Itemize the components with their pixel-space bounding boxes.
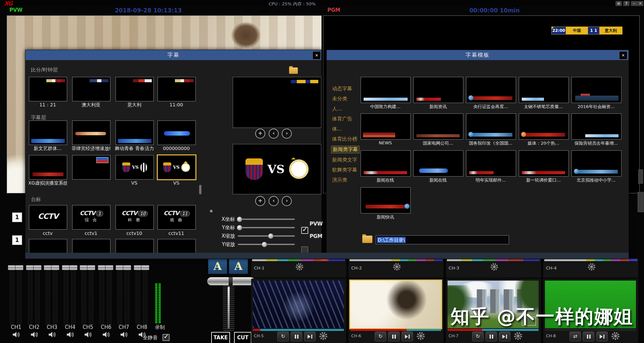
slider-x-position[interactable]: [238, 218, 295, 220]
fader-handle[interactable]: [51, 265, 59, 270]
fader-track[interactable]: [10, 264, 14, 325]
category-item[interactable]: 动态字幕: [332, 86, 352, 92]
station-logo-thumb[interactable]: [72, 239, 110, 254]
category-item-selected[interactable]: 新闻类字幕: [331, 146, 359, 153]
fader-track[interactable]: [46, 264, 50, 325]
template-dialog-close-icon[interactable]: ✕: [619, 51, 627, 59]
pause-icon[interactable]: [486, 332, 497, 341]
slider-x-scale[interactable]: [238, 235, 295, 237]
category-item[interactable]: 体育比分榜: [332, 136, 357, 142]
fader-track[interactable]: [89, 264, 93, 325]
gear-icon[interactable]: [610, 331, 620, 341]
score-clock-thumb[interactable]: [29, 77, 67, 101]
fader-handle[interactable]: [141, 265, 149, 270]
gear-icon[interactable]: [587, 262, 596, 272]
template-thumb[interactable]: [361, 150, 411, 177]
score-clock-thumb[interactable]: [116, 77, 154, 101]
station-logo-thumb[interactable]: CCTV10科 教: [116, 205, 154, 230]
right-panel-handle[interactable]: [638, 192, 644, 212]
pvw-checkbox[interactable]: ✓: [301, 227, 308, 234]
help-button[interactable]: ?: [623, 1, 630, 6]
fader-track[interactable]: [100, 264, 104, 325]
score-clock-thumb[interactable]: [157, 77, 196, 101]
template-thumb[interactable]: [466, 113, 516, 140]
source-number-1b[interactable]: 1: [12, 235, 22, 245]
template-dialog-title[interactable]: 字幕模板: [327, 50, 629, 60]
source-number-1a[interactable]: 1: [12, 212, 22, 222]
next-layer-button[interactable]: ›: [282, 196, 292, 206]
speaker-icon[interactable]: [66, 332, 75, 338]
shuffle-icon[interactable]: ⇄: [569, 332, 581, 341]
fader-track[interactable]: [136, 264, 140, 325]
close-button[interactable]: ✕: [637, 1, 643, 6]
slider-knob[interactable]: [262, 242, 267, 247]
category-item[interactable]: 未分类: [332, 96, 347, 102]
template-thumb[interactable]: [361, 187, 411, 213]
station-logo-thumb[interactable]: [157, 239, 196, 254]
prev-layer-button[interactable]: ‹: [269, 129, 279, 139]
template-thumb[interactable]: [571, 77, 622, 103]
video-thumbnail[interactable]: [253, 281, 344, 328]
fader-track[interactable]: [82, 264, 86, 325]
transition-a-button[interactable]: A: [208, 259, 227, 274]
template-thumb[interactable]: [466, 77, 516, 103]
category-item[interactable]: 演示类: [332, 177, 347, 183]
subtitle-thumb[interactable]: [29, 120, 67, 145]
template-thumb[interactable]: [413, 77, 463, 103]
loop-icon[interactable]: ↻: [472, 332, 484, 341]
station-logo-thumb[interactable]: CCTV11戏 曲: [157, 205, 196, 230]
station-logo-thumb[interactable]: CCTV: [29, 205, 67, 230]
next-icon[interactable]: [402, 332, 413, 341]
slider-knob[interactable]: [268, 233, 274, 239]
gear-icon[interactable]: [513, 331, 523, 341]
channel-panel-2[interactable]: CH-2: [349, 258, 444, 278]
station-logo-thumb[interactable]: CCTV1综 合: [72, 205, 110, 230]
gear-icon[interactable]: [490, 262, 499, 272]
take-button[interactable]: TAKE: [211, 332, 230, 343]
pgm-checkbox[interactable]: [301, 246, 308, 253]
slider-knob[interactable]: [237, 216, 242, 222]
template-thumb[interactable]: [466, 150, 516, 177]
fader-track[interactable]: [53, 264, 57, 325]
work-path-input[interactable]: D:\工作目录\: [376, 235, 509, 244]
fader-handle[interactable]: [33, 265, 42, 270]
template-thumb[interactable]: [571, 150, 622, 177]
category-item[interactable]: 体...: [332, 126, 342, 132]
subtitle-thumb-vs[interactable]: VS: [116, 155, 154, 180]
minimize-button[interactable]: ─: [631, 1, 637, 6]
speaker-icon[interactable]: [84, 332, 93, 338]
gear-icon[interactable]: [318, 331, 328, 341]
loop-icon[interactable]: ↻: [277, 332, 289, 341]
fader-track[interactable]: [143, 264, 147, 325]
work-folder-icon[interactable]: [362, 236, 372, 243]
template-thumb[interactable]: [519, 77, 569, 103]
speaker-icon[interactable]: [102, 332, 111, 338]
channel-panel-1[interactable]: CH-1: [251, 258, 346, 278]
folder-icon[interactable]: [289, 67, 298, 74]
panel-dot-handle[interactable]: [210, 210, 213, 212]
fader-track[interactable]: [64, 264, 68, 325]
subtitle-thumb[interactable]: [116, 120, 154, 145]
mute-all-checkbox[interactable]: ✓: [163, 334, 170, 341]
template-thumb[interactable]: [571, 113, 622, 140]
fader-track[interactable]: [118, 264, 122, 325]
template-thumb[interactable]: [413, 150, 463, 177]
pause-icon[interactable]: [583, 332, 594, 341]
speaker-icon[interactable]: [30, 332, 39, 338]
channel-panel-4[interactable]: CH-4: [543, 258, 638, 278]
template-thumb[interactable]: [361, 113, 411, 140]
video-thumbnail-selected[interactable]: [350, 281, 441, 328]
category-item[interactable]: 新闻类文字版: [332, 157, 357, 163]
template-thumb[interactable]: [519, 113, 569, 140]
slider-knob[interactable]: [237, 225, 242, 231]
next-layer-button[interactable]: ›: [282, 129, 292, 139]
subtitle-thumb-vs-selected[interactable]: VS: [157, 154, 196, 180]
subtitle-thumb[interactable]: [72, 155, 110, 180]
fader-track[interactable]: [107, 264, 111, 325]
right-scrollbar-handle[interactable]: [638, 169, 643, 184]
speaker-icon[interactable]: [48, 332, 57, 338]
next-icon[interactable]: [499, 332, 510, 341]
speaker-icon[interactable]: [120, 332, 129, 338]
category-item[interactable]: 歌舞类字幕: [332, 167, 357, 173]
fader-track[interactable]: [125, 264, 129, 325]
